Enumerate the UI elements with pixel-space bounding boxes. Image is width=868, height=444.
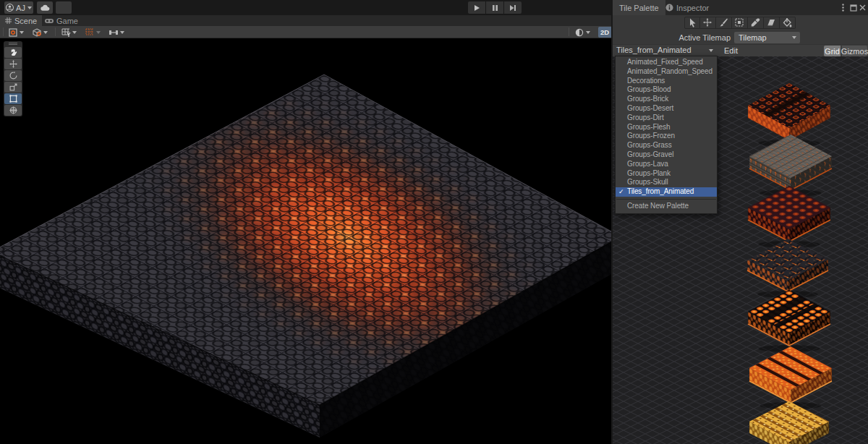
select-tool-button[interactable] (684, 17, 700, 29)
scene-viewport[interactable] (0, 38, 611, 444)
check-icon: ✓ (618, 187, 624, 197)
close-icon (859, 4, 866, 11)
play-button[interactable] (468, 1, 485, 14)
palette-bar: Tiles_from_Animated Edit Grid Gizmos (613, 44, 868, 56)
draw-mode-icon (9, 28, 18, 37)
eraser-tool-button[interactable] (764, 17, 780, 29)
palette-caret-icon (709, 49, 713, 52)
move-tool-button[interactable] (700, 17, 716, 29)
cloud-icon (41, 4, 50, 12)
camera-settings-button[interactable] (573, 27, 592, 38)
move-tool-icon (703, 18, 712, 27)
scene-panel: Scene Game (0, 15, 611, 444)
right-panel-tabbar: Tile Palette Inspector (613, 0, 868, 15)
menu-item-groups-blood[interactable]: Groups-Blood (616, 85, 717, 95)
menu-item-animated-fixed-speed[interactable]: Animated_Fixed_Speed (616, 58, 717, 67)
scene-tabstrip: Scene Game (0, 15, 611, 26)
tab-tile-palette-label: Tile Palette (619, 4, 659, 12)
scale-tool-button[interactable] (4, 82, 22, 93)
grid-axis-button[interactable] (59, 27, 79, 38)
grid-axis-icon (61, 28, 71, 37)
tab-scene-label: Scene (14, 17, 37, 25)
brush-tool-button[interactable] (716, 17, 732, 29)
panel-menu-button[interactable] (838, 3, 848, 12)
account-icon (6, 4, 14, 12)
tab-tile-palette[interactable]: Tile Palette (613, 0, 665, 15)
menu-item-tiles-from-animated[interactable]: ✓Tiles_from_Animated (616, 187, 717, 197)
scene-tool-strip (4, 41, 22, 116)
picker-tool-button[interactable] (748, 17, 764, 29)
draw-mode-button[interactable] (7, 27, 26, 38)
snap-caret-icon (96, 31, 101, 34)
camera-settings-icon (575, 28, 584, 37)
rotate-tool-button[interactable] (4, 70, 22, 81)
draw-mode-caret-icon (20, 31, 24, 34)
shading-mode-caret-icon (43, 31, 48, 34)
move-tool-button[interactable] (4, 59, 22, 69)
tab-inspector[interactable]: Inspector (659, 0, 715, 15)
fill-tool-icon (783, 18, 792, 27)
tab-scene[interactable]: Scene (0, 15, 42, 26)
menu-item-groups-gravel[interactable]: Groups-Gravel (616, 150, 717, 160)
account-label: AJ (16, 4, 25, 12)
rotate-icon (9, 72, 17, 80)
grid-toggle-button[interactable]: Grid (824, 46, 841, 56)
rect-icon (9, 95, 17, 103)
grid-axis-caret-icon (72, 31, 77, 34)
menu-item-groups-brick[interactable]: Groups-Brick (616, 95, 717, 104)
shading-mode-icon (33, 28, 42, 37)
close-button[interactable] (858, 3, 867, 12)
tile-palette-panel: Tile Palette Inspector Active Tilemap Ti… (611, 0, 868, 444)
pause-icon (492, 4, 498, 12)
menu-item-create-new-palette[interactable]: Create New Palette (616, 202, 717, 211)
layers-button[interactable] (56, 1, 72, 14)
move-icon (9, 60, 17, 68)
gizmos-button[interactable]: Gizmos (841, 46, 867, 56)
menu-item-animated-random-speed[interactable]: Animated_Random_Speed (616, 67, 717, 77)
scene-toolbar: 2D (0, 26, 611, 38)
hand-tool-button[interactable] (4, 47, 22, 58)
active-tilemap-dropdown[interactable]: Tilemap (734, 32, 800, 43)
menu-item-groups-grass[interactable]: Groups-Grass (616, 141, 717, 150)
rect-tool-button[interactable] (4, 93, 22, 104)
picker-tool-icon (751, 18, 760, 27)
cloud-button[interactable] (37, 1, 53, 14)
tab-game[interactable]: Game (40, 15, 83, 26)
shading-mode-button[interactable] (30, 27, 50, 38)
select-tool-icon (688, 18, 697, 27)
menu-item-groups-skull[interactable]: Groups-Skull (616, 178, 717, 187)
scene-grid-icon (5, 17, 12, 24)
step-icon (509, 4, 516, 12)
tilemap-scene (0, 38, 611, 444)
gizmos-label: Gizmos (841, 47, 868, 56)
menu-item-groups-plank[interactable]: Groups-Plank (616, 169, 717, 179)
edit-label: Edit (724, 46, 738, 55)
maximize-icon (850, 4, 857, 12)
step-button[interactable] (504, 1, 522, 14)
2d-label: 2D (600, 28, 609, 36)
menu-item-groups-frozen[interactable]: Groups-Frozen (616, 132, 717, 141)
active-tilemap-row: Active Tilemap Tilemap (613, 32, 868, 43)
snap-icon (85, 28, 95, 37)
tool-strip-handle[interactable] (4, 41, 22, 46)
menu-separator (616, 199, 716, 200)
menu-item-groups-desert[interactable]: Groups-Desert (616, 104, 717, 114)
menu-item-groups-flesh[interactable]: Groups-Flesh (616, 123, 717, 132)
menu-item-decorations[interactable]: Decorations (616, 77, 717, 86)
palette-dropdown[interactable]: Tiles_from_Animated (616, 46, 718, 56)
measure-button[interactable] (106, 27, 127, 38)
maximize-button[interactable] (848, 3, 858, 12)
2d-toggle-button[interactable]: 2D (598, 27, 611, 38)
transform-tool-button[interactable] (4, 105, 22, 116)
fill-tool-button[interactable] (780, 17, 796, 29)
account-button[interactable]: AJ (4, 1, 33, 14)
menu-item-groups-lava[interactable]: Groups-Lava (616, 160, 717, 169)
edit-button[interactable]: Edit (721, 46, 741, 56)
menu-item-groups-dirt[interactable]: Groups-Dirt (616, 114, 717, 123)
snap-button[interactable] (83, 27, 103, 38)
box-fill-tool-button[interactable] (732, 17, 748, 29)
eraser-tool-icon (767, 18, 776, 27)
tilemap-platform (0, 74, 611, 437)
account-caret-icon (27, 7, 32, 9)
pause-button[interactable] (486, 1, 503, 14)
